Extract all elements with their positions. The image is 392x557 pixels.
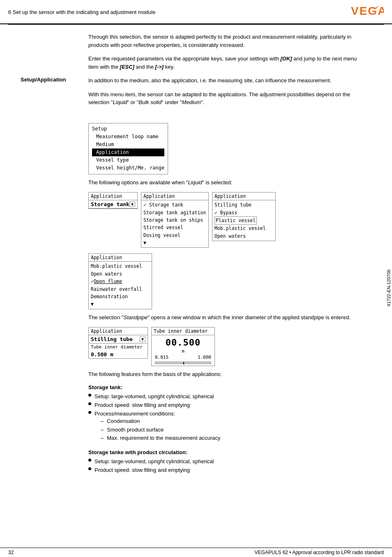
liquid-intro: The following options are available when… [88,179,368,187]
stilling-left-header: Application [89,327,148,335]
storage-tanke-list: Setup: large-volumed, upright cylindrica… [88,458,368,474]
bottom-arrow-down: ▼ [91,300,150,308]
header-title: 6 Set up the sensor with the indicating … [8,9,155,15]
storage-tank-list: Setup: large-volumed, upright cylindrica… [88,393,368,443]
app-widget3-header: Application [212,193,275,200]
stilling-min: 0.015 [155,355,168,360]
list-item-plastic[interactable]: Plastic vessel [214,216,257,225]
para-intro1: Through this selection, the sensor is ad… [88,33,368,49]
list-item-ships[interactable]: Storage tank on ships [143,216,206,224]
setup-para1: In addition to the medium, also the appl… [88,77,368,85]
page-number: 32 [8,550,14,555]
stilling-right-value: 00.500 [152,335,214,348]
stilling-widgets-row: Application Stilling tube ▼ Tube inner d… [88,327,368,366]
storage-tanke-section: Storage tanke with product circulation: … [88,449,368,474]
sidebar-vertical-text: 41722-EN-120706 [386,269,391,306]
app-widgets-row1: Application Storage tank ▼ Application ✓… [88,192,368,248]
app-widget1-dropdown[interactable]: Storage tank ▼ [89,200,137,209]
stilling-right-header: Tube inner diameter [152,327,214,335]
setup-label: Setup/Application [21,77,80,112]
bullet-product-speed: Product speed: slow filling and emptying [88,402,368,409]
bottom-item-rainwater[interactable]: Rainwater overfall [91,285,150,293]
bullet-setup: Setup: large-volumed, upright cylindrica… [88,393,368,400]
menu-item-application[interactable]: Application [92,149,164,156]
stilling-right-widget: Tube inner diameter 00.500 m 0.015 1.000 [151,327,215,366]
list-arrow-down: ▼ [143,239,206,246]
app-widget3-list: Stilling tube ✓ Bypass Plastic vessel Mo… [212,200,275,241]
stilling-dropdown[interactable]: Stilling tube ▼ [89,335,148,343]
app-widget-bottom-header: Application [89,254,152,262]
setup-para2: With this menu item, the sensor can be a… [88,91,368,107]
list-item-bypass[interactable]: ✓ Bypass [214,209,273,216]
bullet-dot-2 [88,402,91,405]
bottom-item-open-waters[interactable]: Open waters [91,270,150,278]
menu-item-vessel-height: Vessel height/Me. range [92,164,164,172]
page-footer: 32 VEGAPULS 62 • Approval according to L… [0,548,392,557]
setup-body: In addition to the medium, also the appl… [88,77,368,112]
storage-tank-section: Storage tank: Setup: large-volumed, upri… [88,384,368,443]
storage-tank-heading: Storage tank: [88,384,368,390]
standpipe-intro: The selection "Standpipe" opens a new wi… [88,313,368,322]
vega-logo: VEGA ✓ [351,3,384,21]
bullet-dot-5 [88,467,91,470]
setup-application-section: Setup/Application In addition to the med… [21,77,368,112]
bottom-item-demonstration[interactable]: Demonstration [91,293,150,300]
menu-item-vessel-type: Vessel type [92,156,164,164]
dropdown-arrow[interactable]: ▼ [129,202,135,207]
app-widget2-header: Application [141,193,208,200]
footer-product: VEGAPULS 62 • Approval according to LPR … [255,550,384,555]
bullet-dot-4 [88,459,91,462]
bottom-item-open-flume[interactable]: ✓Open flume [91,278,150,285]
list-item-mob-plastic[interactable]: Mob.plastic vessel [214,225,273,232]
list-item-agitation[interactable]: Storage tank agitation [143,209,206,216]
svg-text:✓: ✓ [375,5,380,10]
para-intro2: Enter the requested parameters via the a… [88,55,368,71]
stilling-range: 0.015 1.000 [152,355,214,362]
list-item-stirred[interactable]: Stirred vessel [143,224,206,231]
page-header: 6 Set up the sensor with the indicating … [0,0,392,24]
tanke-bullet-speed: Product speed: slow filling and emptying [88,466,368,474]
app-widget-list1: Application ✓ Storage tank Storage tank … [141,192,209,248]
right-sidebar: 41722-EN-120706 [380,25,392,551]
stilling-arrow[interactable]: ▼ [140,337,145,342]
sub-max: –Max. requirement to the measurement acc… [101,434,220,442]
main-text: Through this selection, the sensor is ad… [8,25,380,551]
setup-menu-box: Setup Measurement loop name Medium Appli… [88,123,168,174]
list-item-stilling[interactable]: Stilling tube [214,201,273,209]
tanke-bullet-setup: Setup: large-volumed, upright cylindrica… [88,458,368,465]
app-widget-list2: Application Stilling tube ✓ Bypass Plast… [212,192,276,241]
bullet-dot-3 [88,411,91,414]
process-sub-list: –Condensation –Smooth product surface –M… [101,418,220,442]
main-content-area: Through this selection, the sensor is ad… [0,25,392,551]
stilling-left-widget: Application Stilling tube ▼ Tube inner d… [88,327,148,359]
storage-tanke-heading: Storage tanke with product circulation: [88,449,368,455]
bottom-item-mob-plastic[interactable]: Mob.plastic vessel [91,262,150,270]
stilling-unit: m [152,348,214,355]
app-widget2-list: ✓ Storage tank Storage tank agitation St… [141,200,208,247]
left-margin [0,25,8,551]
list-item-dosing[interactable]: Dosing vessel [143,232,206,239]
menu-item-medium: Medium [92,141,164,149]
stilling-slider[interactable] [155,362,211,364]
app-widget-bottom: Application Mob.plastic vessel Open wate… [88,253,152,309]
sub-smooth: –Smooth product surface [101,426,220,434]
stilling-max: 1.000 [198,355,211,360]
features-intro: The following features form the basis of… [88,370,368,378]
menu-item-loop: Measurement loop name [92,133,164,141]
list-item-open-waters[interactable]: Open waters [214,232,273,240]
app-widget1-header: Application [89,193,137,200]
bullet-process: Process/measurement conditions: –Condens… [88,410,368,443]
app-widget-bottom-list: Mob.plastic vessel Open waters ✓Open flu… [89,262,152,309]
sub-condensation: –Condensation [101,418,220,425]
slider-handle[interactable] [183,362,184,364]
menu-title: Setup [92,125,164,133]
stilling-sub-value: 0.500 m [89,350,148,358]
bullet-dot-1 [88,394,91,397]
stilling-sub-label: Tube inner diameter [89,343,148,350]
app-widget-storage-tank: Application Storage tank ▼ [88,192,138,209]
list-item-storage-tank[interactable]: ✓ Storage tank [143,201,206,209]
